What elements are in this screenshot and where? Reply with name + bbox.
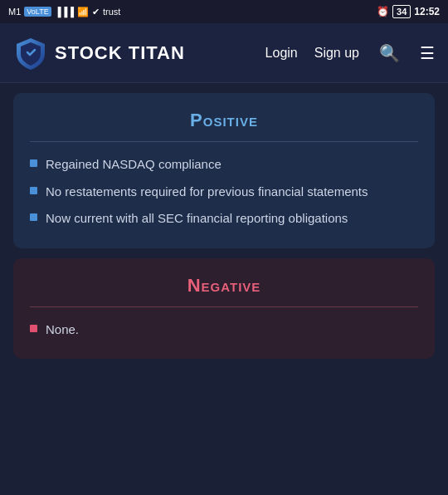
time-display: 12:52 [414, 6, 440, 17]
search-icon[interactable]: 🔍 [379, 43, 400, 63]
status-bar: M1 VoLTE ▐▐▐ 📶 ✔ trust ⏰ 34 12:52 [0, 0, 448, 23]
menu-icon[interactable]: ☰ [420, 43, 435, 63]
whatsapp-icon: ✔ [92, 7, 100, 17]
signal-icon: ▐▐▐ [55, 7, 74, 17]
volte-badge: VoLTE [24, 7, 51, 17]
status-left: M1 VoLTE ▐▐▐ 📶 ✔ trust [8, 7, 120, 17]
battery-indicator: 34 [392, 5, 411, 18]
negative-divider [30, 306, 418, 307]
positive-item-2: No restatements required for previous fi… [30, 183, 418, 202]
positive-divider [30, 141, 418, 142]
positive-item-3: Now current with all SEC financial repor… [30, 209, 418, 228]
positive-item-1: Regained NASDAQ compliance [30, 155, 418, 174]
positive-item-2-text: No restatements required for previous fi… [46, 183, 368, 202]
login-link[interactable]: Login [265, 46, 298, 61]
positive-card: Positive Regained NASDAQ compliance No r… [13, 93, 435, 248]
alarm-icon: ⏰ [377, 6, 389, 17]
positive-card-title: Positive [30, 110, 418, 131]
positive-bullet-list: Regained NASDAQ compliance No restatemen… [30, 155, 418, 228]
bullet-icon-3 [30, 213, 37, 221]
negative-bullet-list: None. [30, 321, 418, 340]
bullet-icon-1 [30, 159, 37, 167]
carrier-label: M1 [8, 7, 21, 17]
positive-item-1-text: Regained NASDAQ compliance [46, 155, 222, 174]
negative-item-1: None. [30, 321, 418, 340]
navbar: STOCK TITAN Login Sign up 🔍 ☰ [0, 23, 448, 83]
signup-link[interactable]: Sign up [314, 46, 359, 61]
wifi-icon: 📶 [77, 7, 89, 17]
logo-text: STOCK TITAN [55, 42, 185, 64]
logo-container: STOCK TITAN [13, 36, 265, 71]
nav-links: Login Sign up 🔍 ☰ [265, 43, 435, 63]
main-content: Positive Regained NASDAQ compliance No r… [0, 83, 448, 369]
bullet-icon-neg-1 [30, 325, 37, 332]
negative-card: Negative None. [13, 258, 435, 360]
trust-label: trust [103, 7, 120, 17]
logo-icon [13, 36, 48, 71]
bullet-icon-2 [30, 187, 37, 194]
negative-item-1-text: None. [46, 321, 79, 340]
status-right: ⏰ 34 12:52 [377, 5, 440, 18]
positive-item-3-text: Now current with all SEC financial repor… [46, 209, 348, 228]
negative-card-title: Negative [30, 275, 418, 297]
